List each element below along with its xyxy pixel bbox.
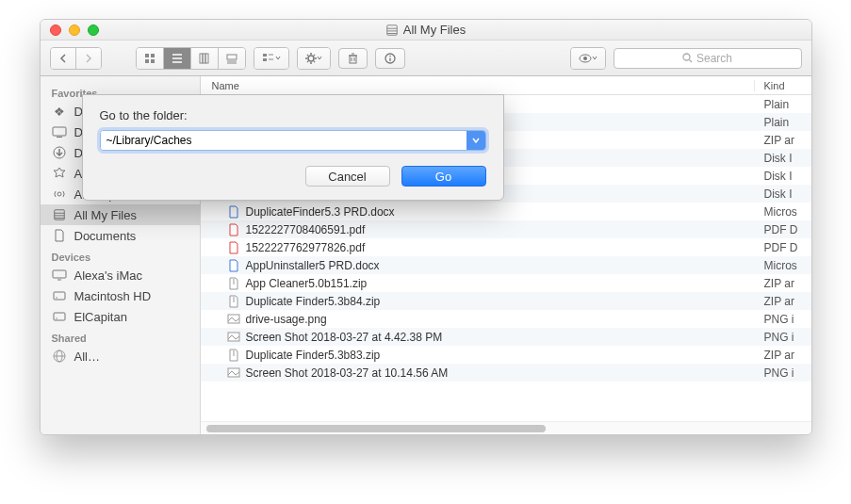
file-kind: PDF D	[755, 241, 811, 254]
forward-button[interactable]	[76, 48, 101, 69]
file-kind: PNG i	[755, 366, 811, 380]
file-icon	[227, 349, 240, 362]
trash-button[interactable]	[338, 48, 368, 69]
svg-line-28	[307, 61, 308, 62]
file-name: drive-usage.png	[246, 313, 327, 326]
sidebar-item-macintosh-hd[interactable]: Macintosh HD	[41, 285, 200, 306]
quicklook-button[interactable]	[571, 48, 605, 69]
column-header-row: Name Kind	[201, 76, 811, 95]
file-kind: Micros	[755, 259, 811, 272]
cancel-button[interactable]: Cancel	[305, 166, 390, 187]
file-row[interactable]: 1522227708406591.pdfPDF D	[201, 220, 811, 238]
svg-point-54	[56, 297, 57, 298]
file-kind: ZIP ar	[755, 134, 811, 147]
svg-point-39	[583, 57, 587, 60]
scrollbar-thumb[interactable]	[206, 425, 546, 432]
arrange-button[interactable]	[254, 48, 288, 69]
window-title-text: All My Files	[403, 23, 466, 37]
column-view-button[interactable]	[191, 48, 219, 69]
toolbar: Search	[41, 41, 811, 76]
search-placeholder: Search	[696, 52, 732, 65]
quicklook-group	[570, 47, 606, 70]
horizontal-scrollbar[interactable]	[201, 421, 811, 434]
action-button[interactable]	[298, 48, 330, 69]
file-icon	[227, 223, 240, 236]
file-icon	[227, 295, 240, 308]
back-button[interactable]	[51, 48, 76, 69]
window-title: All My Files	[41, 23, 811, 37]
folder-path-input[interactable]	[201, 131, 466, 150]
list-view-button[interactable]	[164, 48, 191, 69]
folder-path-field	[201, 130, 486, 151]
file-kind: PNG i	[755, 313, 811, 326]
svg-rect-14	[227, 55, 237, 59]
file-name: 1522227762977826.pdf	[246, 241, 366, 254]
sidebar-item-documents[interactable]: Documents	[41, 225, 200, 246]
sidebar-item-all-shared[interactable]: All…	[41, 346, 200, 366]
search-field[interactable]: Search	[614, 48, 802, 69]
column-header-name[interactable]: Name	[201, 80, 755, 91]
sidebar-item-imac[interactable]: Alexa's iMac	[41, 265, 200, 285]
file-kind: Disk I	[755, 187, 811, 201]
search-icon	[682, 53, 693, 63]
svg-point-36	[389, 55, 391, 57]
file-row[interactable]: drive-usage.pngPNG i	[201, 310, 811, 328]
svg-rect-7	[151, 59, 155, 63]
svg-rect-55	[54, 313, 65, 320]
icon-view-button[interactable]	[137, 48, 164, 69]
file-row[interactable]: AppUninstaller5 PRD.docxMicros	[201, 256, 811, 274]
dropbox-icon: ❖	[52, 104, 67, 119]
file-kind: Plain	[755, 98, 811, 111]
documents-icon	[52, 228, 67, 243]
arrange-group	[254, 47, 289, 70]
file-kind: ZIP ar	[755, 349, 811, 362]
downloads-icon	[52, 145, 67, 160]
dialog-label: Go to the folder:	[201, 108, 486, 122]
all-my-files-icon	[52, 207, 67, 222]
svg-rect-51	[53, 270, 66, 278]
coverflow-view-button[interactable]	[219, 48, 245, 69]
file-row[interactable]: 1522227762977826.pdfPDF D	[201, 238, 811, 256]
svg-point-46	[57, 192, 61, 196]
file-row[interactable]: App Cleaner5.0b151.zipZIP ar	[201, 274, 811, 292]
file-name: App Cleaner5.0b151.zip	[246, 277, 368, 290]
sidebar-heading-devices: Devices	[41, 246, 200, 265]
svg-point-21	[308, 56, 314, 61]
dialog-buttons: Cancel Go	[201, 166, 486, 187]
file-name: DuplicateFinder5.3 PRD.docx	[246, 205, 395, 219]
dropdown-button[interactable]	[466, 131, 485, 150]
column-header-kind[interactable]: Kind	[755, 80, 811, 91]
action-group	[297, 47, 331, 70]
file-row[interactable]: Screen Shot 2018-03-27 at 10.14.56 AMPNG…	[201, 364, 811, 382]
svg-point-40	[683, 54, 690, 60]
file-icon	[227, 205, 240, 219]
file-row[interactable]: Screen Shot 2018-03-27 at 4.42.38 PMPNG …	[201, 328, 811, 346]
info-button[interactable]	[375, 48, 405, 69]
file-icon	[227, 277, 240, 290]
file-name: Duplicate Finder5.3b83.zip	[246, 349, 381, 362]
view-buttons	[136, 47, 246, 70]
sidebar-item-elcapitan[interactable]: ElCapitan	[41, 306, 200, 327]
svg-line-41	[689, 60, 692, 63]
svg-line-27	[314, 61, 315, 62]
file-row[interactable]: Duplicate Finder5.3b83.zipZIP ar	[201, 346, 811, 364]
svg-rect-53	[54, 292, 65, 300]
svg-line-29	[314, 55, 315, 56]
file-kind: Micros	[755, 205, 811, 219]
svg-rect-17	[263, 54, 267, 57]
go-button[interactable]: Go	[401, 166, 486, 187]
file-kind: PDF D	[755, 223, 811, 236]
desktop-icon	[52, 124, 67, 139]
file-list-pane: Name Kind PlainPlainZIP arDisk IDisk Ivs…	[201, 76, 811, 434]
svg-rect-42	[53, 127, 66, 136]
svg-rect-5	[151, 54, 155, 57]
svg-line-26	[307, 55, 308, 56]
sidebar-item-all-my-files[interactable]: All My Files	[41, 204, 200, 225]
sidebar-heading-shared: Shared	[41, 327, 200, 346]
network-icon	[52, 349, 67, 364]
file-name: Duplicate Finder5.3b84.zip	[246, 295, 381, 308]
finder-window: All My Files Search	[40, 19, 812, 435]
file-row[interactable]: Duplicate Finder5.3b84.zipZIP ar	[201, 292, 811, 310]
file-row[interactable]: DuplicateFinder5.3 PRD.docxMicros	[201, 203, 811, 220]
file-kind: ZIP ar	[755, 295, 811, 308]
